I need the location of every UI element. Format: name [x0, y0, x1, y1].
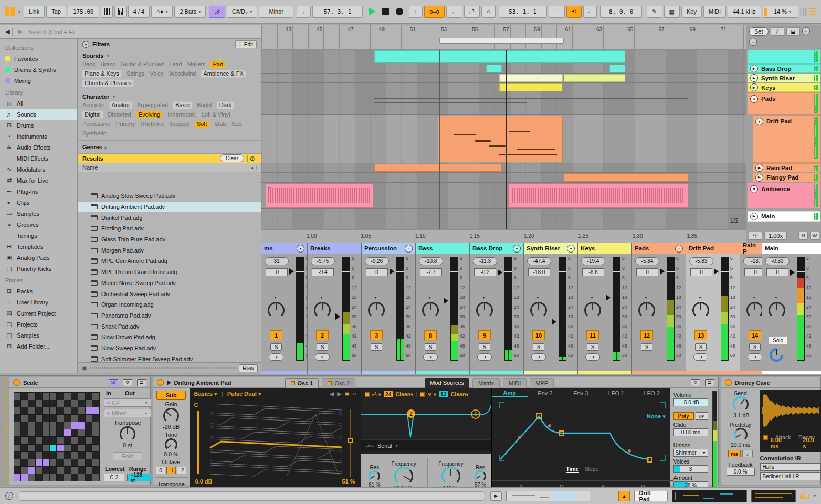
scale-grid-cell[interactable] [92, 459, 99, 466]
list-item[interactable]: MPE Dream Grain Drone.adg [78, 267, 261, 278]
pan-knob[interactable] [692, 302, 709, 319]
scale-grid-cell[interactable] [43, 407, 49, 414]
solo-button[interactable]: S [479, 343, 490, 351]
device-on-icon[interactable] [13, 379, 20, 386]
filter-tag-digital[interactable]: Digital [82, 111, 103, 118]
scale-grid-cell[interactable] [92, 445, 99, 452]
filter-tag-pad[interactable]: Pad [210, 61, 225, 68]
scale-grid-cell[interactable] [43, 459, 49, 466]
scale-name-menu[interactable]: Minor [259, 6, 293, 18]
unison-mode-menu[interactable]: Shimmer▼ [673, 449, 708, 457]
scale-grid-cell[interactable] [92, 415, 99, 422]
scale-grid-cell[interactable] [78, 437, 85, 444]
scale-grid-cell[interactable] [64, 445, 71, 452]
punch-button[interactable]: ⌐ [583, 6, 597, 18]
group-fold-icon[interactable]: ≡ [675, 245, 683, 253]
genres-filter-label[interactable]: Genres ► [78, 140, 261, 153]
hot-swap-icon[interactable]: ↻ [123, 379, 132, 386]
scale-grid-cell[interactable] [57, 459, 64, 466]
ir-file-select[interactable]: Berliner Hall LR [760, 472, 821, 480]
scale-grid-cell[interactable] [92, 407, 99, 414]
device-drag-strip[interactable] [4, 377, 7, 485]
filter-tag-bass[interactable]: Bass [82, 61, 95, 68]
scale-grid-cell[interactable] [78, 459, 85, 466]
arrangement-overview[interactable] [506, 491, 591, 501]
arm-midi-button[interactable]: ◑ [531, 353, 546, 361]
volume-fader-handle[interactable] [390, 268, 394, 275]
peak-level-display[interactable]: -13. [743, 257, 762, 265]
scale-grid-cell[interactable] [28, 407, 35, 414]
fold-track-icon[interactable]: ▼ [755, 118, 763, 125]
key-map-button[interactable]: Key [681, 6, 702, 18]
show-device-chain-icon[interactable]: ▲ [618, 491, 629, 501]
scale-grid-cell[interactable] [86, 415, 92, 422]
scale-grid-cell[interactable] [28, 393, 35, 400]
nudge-up-icon[interactable] [114, 6, 127, 18]
attack-on-icon[interactable] [763, 435, 768, 440]
scale-grid-cell[interactable] [64, 393, 71, 400]
group-fold-icon[interactable]: ≡ [405, 245, 413, 253]
sidebar-place-projects[interactable]: ▢Projects [0, 319, 77, 330]
scale-grid-cell[interactable] [78, 445, 85, 452]
env-slope-tab[interactable]: Slope [584, 466, 598, 472]
filter-curve-display[interactable]: 2 1 [361, 401, 494, 439]
scale-grid-cell[interactable] [28, 445, 35, 452]
tab-osc1[interactable]: Osc 1 [285, 378, 319, 388]
track-play-icon[interactable]: ▶ [755, 164, 763, 172]
next-wave-icon[interactable]: ▶ [337, 391, 341, 397]
track-lane-pads[interactable] [261, 92, 746, 115]
filter-tag-bright[interactable]: Bright [197, 102, 212, 109]
tab-mpe[interactable]: MPE [530, 378, 554, 388]
mixer-strip-synth-riser[interactable]: Synth Riser▼-47.4-18.0606121824303642486… [524, 243, 578, 374]
sidebar-item-drums[interactable]: ⊞Drums [0, 120, 77, 131]
character-filter-label[interactable]: Character▼ [78, 90, 261, 101]
filter2-res-knob[interactable] [475, 470, 486, 482]
sidebar-item-max-for-live[interactable]: ⇄Max for Live [0, 175, 77, 186]
arrangement-clip[interactable] [374, 50, 625, 63]
track-header-bass-drop[interactable]: ▶Bass Drop [748, 64, 820, 73]
lowest-value[interactable]: C-2 [104, 474, 124, 481]
filter1-slope[interactable]: 24 [384, 391, 393, 397]
wave-circle-icon[interactable]: ○ [353, 391, 356, 397]
filter-tag-evolving[interactable]: Evolving [136, 111, 163, 118]
hot-swap-icon[interactable]: ↻ [691, 379, 700, 386]
filter-tag-ambience-fx[interactable]: Ambience & FX [201, 70, 245, 77]
scale-grid-cell[interactable] [28, 452, 35, 459]
solo-button[interactable]: Solo [769, 337, 787, 344]
scale-grid-cell[interactable] [28, 459, 35, 466]
fold-button[interactable]: Fold [113, 452, 142, 460]
solo-button[interactable]: S [371, 343, 382, 351]
preset-preview-icon[interactable] [167, 380, 171, 385]
pan-knob[interactable] [769, 302, 785, 319]
env-tab-env-3[interactable]: Env 3 [563, 390, 598, 396]
filter-tag-synthetic[interactable]: Synthetic [82, 130, 106, 137]
sidebar-item-punchy-kicks[interactable]: ▢Punchy Kicks [0, 263, 77, 274]
poly-voices-menu[interactable]: 8 ▾ [696, 412, 708, 420]
scale-grid-cell[interactable] [71, 407, 78, 414]
scale-mode-select[interactable]: Minor▼ [104, 409, 151, 417]
arrangement-clip[interactable] [499, 83, 562, 91]
scale-grid-cell[interactable] [57, 437, 64, 444]
scale-grid-cell[interactable] [78, 467, 85, 474]
arrangement-clip[interactable] [438, 116, 563, 162]
scale-grid-cell[interactable] [64, 415, 71, 422]
volume-fader-handle[interactable] [498, 269, 502, 276]
track-play-icon[interactable]: ▶ [750, 65, 758, 72]
loop-button[interactable]: ⟲ [566, 6, 582, 18]
list-item[interactable]: Orchestral Sweep Pad.adv [78, 288, 261, 299]
follow-button[interactable]: →· [297, 6, 311, 18]
arrangement-position-field[interactable]: 57. 3. 1 [312, 6, 363, 18]
filter-tag-lofi-vinyl[interactable]: Lofi & Vinyl [202, 111, 230, 118]
fold-track-icon[interactable]: ▼ [297, 245, 304, 253]
ir-category-select[interactable]: Halls [760, 463, 821, 471]
pan-knob[interactable] [530, 302, 547, 319]
scale-grid-cell[interactable] [14, 400, 21, 407]
prev-wave-icon[interactable]: ◀ [330, 391, 334, 397]
env-tab-lfo-2[interactable]: LFO 2 [634, 390, 670, 396]
device-on-icon[interactable] [157, 379, 164, 386]
predelay-value[interactable]: 10.0 ms [731, 442, 750, 448]
scale-grid-cell[interactable] [50, 400, 57, 407]
scale-grid-cell[interactable] [14, 429, 21, 436]
scale-grid-cell[interactable] [78, 400, 85, 407]
scale-grid-cell[interactable] [86, 393, 92, 400]
